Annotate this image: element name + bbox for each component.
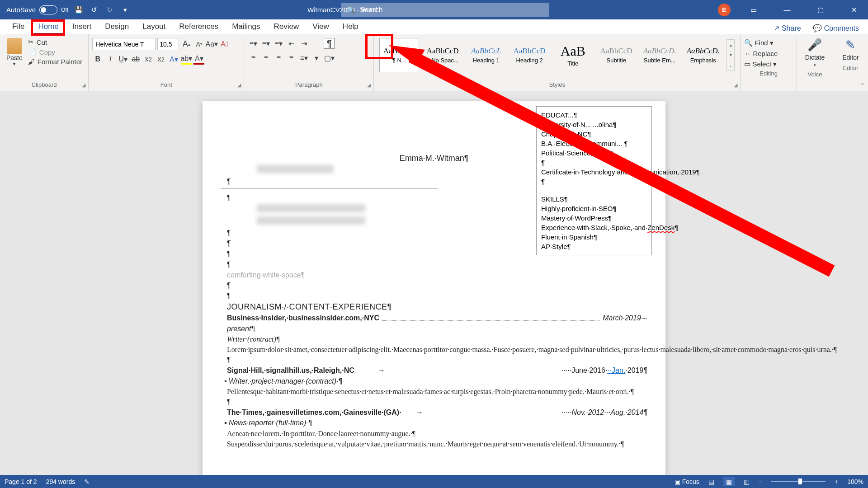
styles-launcher[interactable]: ◢: [734, 82, 737, 88]
page-indicator[interactable]: Page 1 of 2: [5, 478, 37, 485]
strike-icon[interactable]: ab: [130, 54, 141, 65]
qat-more-icon[interactable]: ▾: [121, 5, 130, 14]
minimize-button[interactable]: —: [777, 0, 797, 19]
zoom-slider[interactable]: [771, 481, 826, 482]
ribbon-display-icon[interactable]: ▭: [743, 0, 764, 19]
clipboard-launcher[interactable]: ◢: [82, 82, 85, 88]
align-center-icon[interactable]: ≡: [260, 52, 271, 63]
show-marks-button[interactable]: ¶: [324, 38, 335, 49]
search-input[interactable]: [360, 6, 544, 14]
paragraph-launcher[interactable]: ◢: [367, 82, 371, 88]
search-icon: 🔍: [347, 6, 355, 14]
change-case-icon[interactable]: Aa▾: [206, 39, 217, 50]
paste-icon: [7, 38, 22, 54]
annotation-home-box: [31, 19, 65, 36]
redo-icon[interactable]: ↻: [105, 5, 114, 14]
font-name-input[interactable]: [92, 38, 156, 50]
align-left-icon[interactable]: ≡: [248, 52, 259, 63]
group-paragraph-label: Paragraph: [248, 80, 370, 91]
title-bar: AutoSave Off 💾 ↺ ↻ ▾ WitmanCV2020 - Word…: [0, 0, 868, 19]
zoom-in-button[interactable]: +: [835, 478, 838, 485]
paste-button[interactable]: Paste ▾: [4, 36, 25, 68]
ribbon-tabs: File Home Insert Design Layout Reference…: [0, 19, 868, 34]
tab-references[interactable]: References: [172, 19, 225, 34]
select-button[interactable]: ▭ Select ▾: [744, 60, 793, 68]
share-button[interactable]: ↗Share: [770, 22, 805, 34]
close-button[interactable]: ✕: [844, 0, 864, 19]
search-box[interactable]: 🔍: [341, 3, 549, 17]
web-layout-icon[interactable]: ▥: [744, 478, 750, 485]
word-count[interactable]: 294 words: [46, 478, 75, 485]
text-effects-icon[interactable]: A▾: [168, 54, 179, 65]
annotation-pilcrow-box: [365, 34, 393, 59]
read-mode-icon[interactable]: ▤: [708, 478, 714, 485]
bullets-icon[interactable]: ≡▾: [248, 38, 259, 49]
tab-mailings[interactable]: Mailings: [225, 19, 267, 34]
style-title[interactable]: AaBTitle: [553, 38, 593, 72]
tab-review[interactable]: Review: [267, 19, 306, 34]
proofing-icon[interactable]: ✎: [84, 478, 90, 485]
tab-view[interactable]: View: [306, 19, 336, 34]
decrease-indent-icon[interactable]: ⇤: [286, 38, 297, 49]
style-subtitle[interactable]: AaBbCcDSubtitle: [596, 38, 636, 72]
collapse-ribbon-icon[interactable]: ⌃: [860, 82, 865, 89]
find-button[interactable]: 🔍 Find ▾: [744, 39, 793, 47]
style-nospacing[interactable]: AaBbCcD¶ No Spac...: [423, 38, 462, 72]
focus-mode[interactable]: ▣ Focus: [675, 478, 699, 485]
shrink-font-icon[interactable]: A▾: [193, 39, 204, 50]
justify-icon[interactable]: ≡: [286, 52, 297, 63]
tab-file[interactable]: File: [5, 19, 31, 34]
zoom-out-button[interactable]: −: [759, 478, 762, 485]
style-emphasis[interactable]: AaBbCcD.Emphasis: [683, 38, 723, 72]
font-size-input[interactable]: [157, 38, 179, 50]
cut-button[interactable]: ✂Cut: [28, 38, 82, 46]
dictate-button[interactable]: 🎤 Dictate ▾: [801, 36, 829, 69]
replace-button[interactable]: ↔ Replace: [744, 50, 793, 57]
save-icon[interactable]: 💾: [75, 5, 84, 14]
comments-button[interactable]: 💬Comments: [809, 22, 863, 34]
style-heading1[interactable]: AaBbCcLHeading 1: [466, 38, 506, 72]
underline-icon[interactable]: U▾: [118, 54, 128, 65]
highlight-icon[interactable]: ab▾: [181, 54, 192, 65]
grow-font-icon[interactable]: A▴: [181, 39, 192, 50]
tab-layout[interactable]: Layout: [136, 19, 172, 34]
styles-gallery[interactable]: AaBbCcD¶ N... AaBbCcD¶ No Spac... AaBbCc…: [377, 36, 736, 74]
document-canvas[interactable]: EDUCAT...¶ University·of·N... ...olina¶ …: [0, 93, 868, 475]
style-heading2[interactable]: AaBbCcDHeading 2: [509, 38, 549, 72]
multilevel-icon[interactable]: ≡▾: [273, 38, 284, 49]
document-page[interactable]: EDUCAT...¶ University·of·N... ...olina¶ …: [203, 101, 665, 475]
subscript-icon[interactable]: x2: [143, 54, 154, 65]
zoom-percent[interactable]: 100%: [847, 478, 863, 485]
bold-icon[interactable]: B: [92, 54, 103, 65]
autosave-label: AutoSave: [6, 6, 36, 14]
superscript-icon[interactable]: x2: [156, 54, 166, 65]
brush-icon: 🖌: [28, 58, 35, 66]
font-launcher[interactable]: ◢: [237, 82, 241, 88]
undo-icon[interactable]: ↺: [90, 5, 99, 14]
copy-button[interactable]: 📄Copy: [28, 48, 82, 56]
editor-button[interactable]: ✎ Editor: [837, 36, 864, 63]
font-color-icon[interactable]: A▾: [193, 54, 204, 65]
tab-insert[interactable]: Insert: [66, 19, 99, 34]
increase-indent-icon[interactable]: ⇥: [298, 38, 309, 49]
style-subtle-em[interactable]: AaBbCcD.Subtle Em...: [640, 38, 679, 72]
share-icon: ↗: [774, 24, 779, 33]
italic-icon[interactable]: I: [105, 54, 116, 65]
user-avatar[interactable]: E: [718, 4, 731, 16]
print-layout-icon[interactable]: ▦: [723, 477, 735, 486]
shading-icon[interactable]: ▾: [311, 52, 322, 63]
align-right-icon[interactable]: ≡: [273, 52, 284, 63]
format-painter-button[interactable]: 🖌Format Painter: [28, 58, 82, 66]
autosave-toggle[interactable]: AutoSave Off: [6, 5, 68, 14]
maximize-button[interactable]: ▢: [810, 0, 831, 19]
numbering-icon[interactable]: ≡▾: [260, 38, 271, 49]
group-editor-label: Editor: [837, 63, 864, 74]
clear-format-icon[interactable]: A⃠: [219, 39, 230, 50]
borders-icon[interactable]: ▢▾: [324, 52, 335, 63]
tab-design[interactable]: Design: [98, 19, 136, 34]
styles-more-icon[interactable]: ▴▾⌄: [726, 39, 735, 71]
sidebar-text-box[interactable]: EDUCAT...¶ University·of·N... ...olina¶ …: [536, 106, 652, 255]
status-bar: Page 1 of 2 294 words ✎ ▣ Focus ▤ ▦ ▥ − …: [0, 475, 868, 488]
line-spacing-icon[interactable]: ≡▾: [298, 52, 309, 63]
tab-help[interactable]: Help: [336, 19, 365, 34]
